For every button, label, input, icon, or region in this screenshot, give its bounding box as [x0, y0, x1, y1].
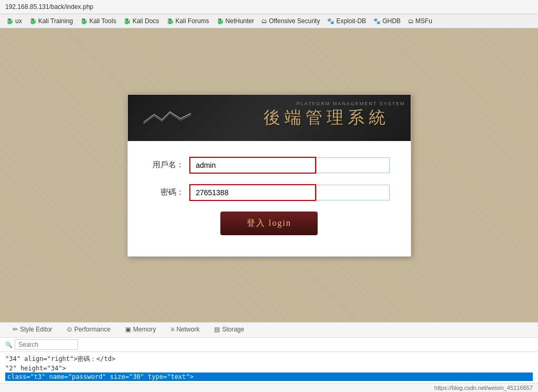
bookmark-item[interactable]: 🐾Exploit-DB: [324, 16, 369, 26]
bookmark-icon: 🐉: [29, 18, 37, 25]
bookmark-item[interactable]: 🗂Offensive Security: [258, 16, 323, 26]
tab-icon: ≡: [170, 326, 174, 333]
tab-label: Network: [176, 326, 199, 333]
browser-chrome: 192.168.85.131/back/index.php 🐉ux🐉Kali T…: [0, 0, 538, 28]
devtools-code-area: "34" align="right">密碼：</td>"2" height="3…: [0, 352, 538, 383]
status-url: https://blog.csdn.net/weixin_45116657: [434, 385, 533, 391]
header-subtitle: PLATFORM MANAGEMENT SYSTEM: [297, 101, 405, 106]
bookmark-label: GHDB: [382, 17, 401, 25]
bookmark-label: MSFu: [415, 17, 432, 25]
bookmark-icon: 🐾: [327, 18, 334, 25]
bookmark-item[interactable]: 🐉NetHunter: [214, 16, 258, 26]
devtools-panel: ✏Style Editor⊙Performance▣Memory≡Network…: [0, 322, 538, 392]
bookmark-label: NetHunter: [226, 17, 255, 25]
logo-area: [138, 104, 201, 132]
password-row: 密碼：: [149, 184, 390, 201]
tab-icon: ✏: [13, 326, 18, 333]
password-input-right[interactable]: [316, 185, 390, 200]
bookmark-label: Exploit-DB: [336, 17, 366, 25]
bookmarks-bar: 🐉ux🐉Kali Training🐉Kali Tools🐉Kali Docs🐉K…: [0, 14, 538, 28]
bookmark-item[interactable]: 🐉ux: [3, 16, 25, 26]
bookmark-icon: 🐾: [373, 18, 381, 25]
devtools-tabs: ✏Style Editor⊙Performance▣Memory≡Network…: [0, 323, 538, 338]
bookmark-icon: 🐉: [217, 18, 224, 25]
bookmark-icon: 🐉: [80, 18, 88, 25]
bookmark-item[interactable]: 🗂MSFu: [405, 16, 435, 26]
bookmark-item[interactable]: 🐉Kali Docs: [120, 16, 163, 26]
tab-label: Memory: [133, 326, 156, 333]
bookmark-icon: 🗂: [261, 18, 267, 24]
bookmark-item[interactable]: 🐉Kali Forums: [164, 16, 212, 26]
tab-label: Storage: [222, 326, 244, 333]
code-line: "34" align="right">密碼：</td>: [5, 354, 533, 364]
bookmark-icon: 🐉: [6, 18, 14, 25]
username-row: 用戶名：: [149, 157, 390, 174]
tab-label: Performance: [74, 326, 110, 333]
login-dialog: PLATFORM MANAGEMENT SYSTEM 後端管理系統 用戶名： 密…: [127, 94, 411, 257]
address-bar[interactable]: 192.168.85.131/back/index.php: [0, 0, 538, 14]
tab-icon: ▣: [125, 326, 131, 333]
bookmark-icon: 🐉: [124, 18, 131, 25]
login-button[interactable]: 登入 login: [220, 212, 318, 235]
bookmark-icon: 🐉: [167, 18, 174, 25]
bookmark-item[interactable]: 🐉Kali Tools: [77, 16, 119, 26]
bookmark-item[interactable]: 🐉Kali Training: [26, 16, 76, 26]
devtools-tab-memory[interactable]: ▣Memory: [118, 323, 163, 337]
search-icon: 🔍: [5, 341, 13, 348]
username-label: 用戶名：: [149, 160, 185, 170]
devtools-tab-style-editor[interactable]: ✏Style Editor: [5, 323, 59, 337]
tab-label: Style Editor: [20, 326, 52, 333]
dialog-body: 用戶名： 密碼： 登入 login: [128, 141, 411, 256]
dialog-header: PLATFORM MANAGEMENT SYSTEM 後端管理系統: [128, 95, 411, 141]
devtools-tab-performance[interactable]: ⊙Performance: [59, 323, 118, 337]
bookmark-label: Kali Training: [38, 17, 73, 25]
username-input-right[interactable]: [316, 157, 390, 173]
password-input[interactable]: [189, 184, 316, 201]
tab-icon: ▤: [214, 326, 220, 333]
bookmark-label: Kali Forums: [176, 17, 209, 25]
devtools-tab-network[interactable]: ≡Network: [163, 323, 207, 337]
bookmark-icon: 🗂: [408, 18, 414, 24]
password-label: 密碼：: [149, 187, 185, 197]
code-line: "2" height="34">: [5, 364, 533, 373]
bookmark-label: ux: [15, 17, 22, 25]
address-text: 192.168.85.131/back/index.php: [5, 3, 93, 11]
bookmark-label: Offensive Security: [269, 17, 320, 25]
bookmark-label: Kali Docs: [133, 17, 159, 25]
login-btn-row: 登入 login: [149, 212, 390, 235]
username-input[interactable]: [189, 157, 316, 174]
devtools-search-input[interactable]: [15, 339, 78, 350]
main-content: PLATFORM MANAGEMENT SYSTEM 後端管理系統 用戶名： 密…: [0, 28, 538, 322]
tab-icon: ⊙: [67, 326, 72, 333]
header-title: 後端管理系統: [263, 106, 390, 129]
devtools-search-bar: 🔍: [0, 338, 538, 352]
bookmark-label: Kali Tools: [89, 17, 116, 25]
bookmark-item[interactable]: 🐾GHDB: [370, 16, 404, 26]
status-bar: https://blog.csdn.net/weixin_45116657: [0, 383, 538, 392]
code-line: class="t3" name="password" size="30" typ…: [5, 373, 533, 381]
devtools-tab-storage[interactable]: ▤Storage: [207, 323, 251, 337]
